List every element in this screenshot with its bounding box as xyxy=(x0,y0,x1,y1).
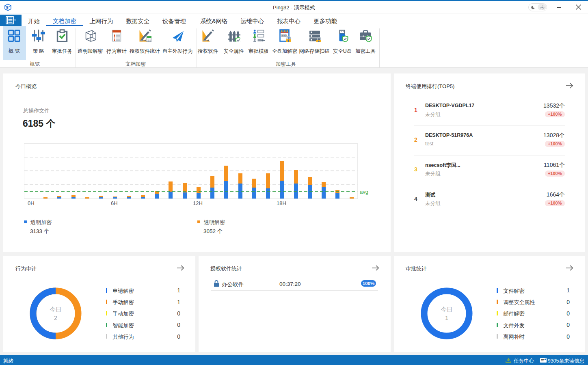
svg-text:SSD: SSD xyxy=(281,34,287,37)
